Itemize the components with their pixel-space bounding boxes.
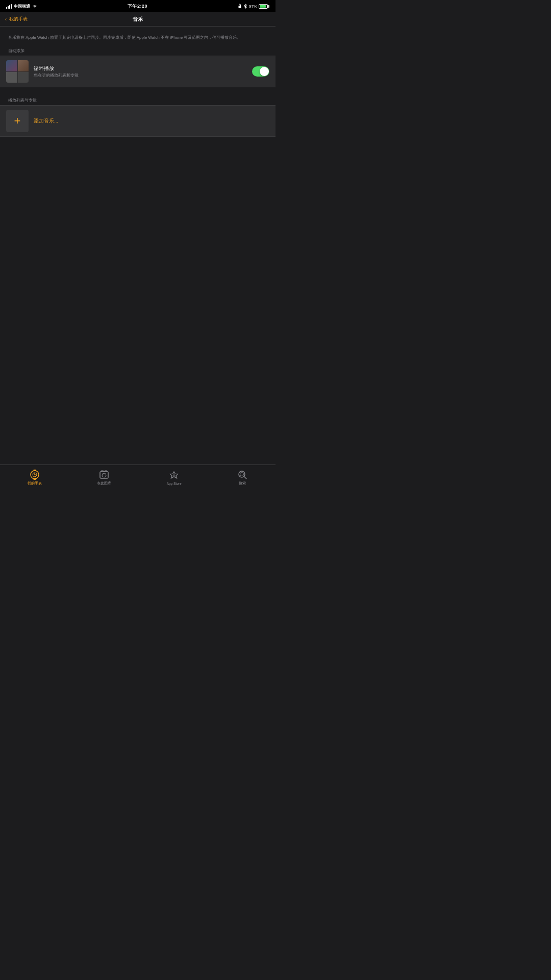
battery-label: 97% xyxy=(249,4,257,9)
auto-add-section-header: 自动添加 xyxy=(0,45,276,56)
description-block: 音乐将在 Apple Watch 放置于其充电设备上时同步。同步完成后，即使 A… xyxy=(0,27,276,45)
status-left: 中国联通 xyxy=(6,4,37,9)
add-icon: + xyxy=(6,110,29,132)
status-right: 97% xyxy=(238,4,269,9)
playlist-item[interactable]: 循环播放 您在听的播放列表和专辑 xyxy=(0,56,276,87)
item-title: 循环播放 xyxy=(34,65,247,72)
add-label: 添加音乐... xyxy=(34,118,58,125)
svg-point-14 xyxy=(240,473,243,476)
item-subtitle: 您在听的播放列表和专辑 xyxy=(34,73,247,78)
svg-rect-3 xyxy=(34,479,36,480)
item-text: 循环播放 您在听的播放列表和专辑 xyxy=(34,65,247,78)
tab-watch-face[interactable]: 表盘图库 xyxy=(97,469,111,486)
main-content: 音乐将在 Apple Watch 放置于其充电设备上时同步。同步完成后，即使 A… xyxy=(0,27,276,464)
svg-rect-2 xyxy=(34,470,36,471)
battery-icon xyxy=(259,4,269,9)
lock-icon xyxy=(238,4,242,9)
svg-text:A: A xyxy=(173,474,176,477)
svg-rect-0 xyxy=(238,6,241,8)
back-label: 我的手表 xyxy=(9,16,28,22)
back-button[interactable]: ‹ 我的手表 xyxy=(5,16,28,22)
tab-search-label: 搜索 xyxy=(239,481,246,486)
signal-bars xyxy=(6,4,12,9)
bluetooth-icon xyxy=(243,4,247,9)
add-music-button[interactable]: + 添加音乐... xyxy=(0,105,276,137)
search-icon xyxy=(237,469,248,480)
back-chevron-icon: ‹ xyxy=(5,17,7,22)
toggle-switch[interactable] xyxy=(252,66,269,77)
tab-search[interactable]: 搜索 xyxy=(237,469,248,486)
tab-app-store[interactable]: A App Store xyxy=(167,470,182,485)
album-cell-4 xyxy=(18,72,29,83)
wifi-icon xyxy=(32,4,37,8)
tab-bar: 我的手表 表盘图库 A App Store xyxy=(0,464,276,490)
svg-line-13 xyxy=(244,477,246,479)
toggle-thumb xyxy=(260,67,269,76)
svg-point-10 xyxy=(102,473,106,477)
status-bar: 中国联通 下午2:20 97% xyxy=(0,0,276,12)
playlist-section-header: 播放列表与专辑 xyxy=(0,94,276,105)
nav-bar: ‹ 我的手表 音乐 xyxy=(0,12,276,27)
tab-my-watch-label: 我的手表 xyxy=(28,481,42,486)
tab-my-watch[interactable]: 我的手表 xyxy=(28,469,42,486)
status-time: 下午2:20 xyxy=(128,3,147,10)
tab-app-store-label: App Store xyxy=(167,482,182,485)
watch-face-icon xyxy=(98,469,110,480)
description-text: 音乐将在 Apple Watch 放置于其充电设备上时同步。同步完成后，即使 A… xyxy=(8,35,267,41)
album-cell-2 xyxy=(18,60,29,71)
page-title: 音乐 xyxy=(133,16,143,23)
album-art xyxy=(6,60,29,83)
carrier-label: 中国联通 xyxy=(14,4,30,9)
app-store-icon: A xyxy=(168,470,180,481)
my-watch-icon xyxy=(29,469,40,480)
album-cell-1 xyxy=(6,60,17,71)
tab-watch-face-label: 表盘图库 xyxy=(97,481,111,486)
album-cell-3 xyxy=(6,72,17,83)
